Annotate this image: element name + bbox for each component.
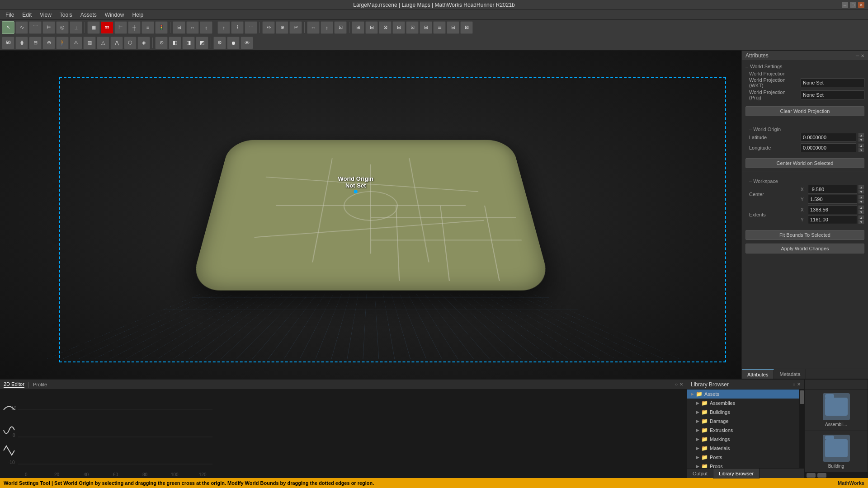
tool-paint[interactable]: ⬡	[124, 37, 137, 49]
2d-editor[interactable]: 2D Editor | Profile ○ ✕ 10 0 -10 0 20 40…	[0, 380, 687, 478]
library-scrollbar[interactable]	[799, 389, 804, 468]
tool-stack[interactable]: ◧	[169, 37, 181, 49]
tool-grade[interactable]: ⌇	[231, 21, 244, 34]
center-x-input[interactable]	[808, 185, 857, 194]
tool-prop-point[interactable]: ⊕	[42, 37, 55, 49]
tool-surface[interactable]: ⋕	[15, 37, 28, 49]
center-y-input[interactable]	[808, 195, 857, 204]
library-minimize[interactable]: ○	[793, 382, 795, 387]
tool-traffic-cone[interactable]: ⚠	[70, 37, 82, 49]
h-scroll-thumb[interactable]	[807, 473, 816, 478]
tool-lane-offset[interactable]: ↕	[200, 21, 212, 34]
menu-edit[interactable]: Edit	[19, 11, 35, 19]
menu-assets[interactable]: Assets	[77, 11, 100, 19]
3d-viewport[interactable]: World Origin Not Set	[0, 51, 741, 379]
tool-gap[interactable]: ⋯	[245, 21, 257, 34]
tool-extra4[interactable]: ⊟	[392, 21, 405, 34]
clear-projection-button[interactable]: Clear World Projection	[745, 106, 864, 116]
tree-item-assemblies[interactable]: ▶ 📁 Assemblies	[687, 399, 799, 408]
tool-extra5[interactable]: ⊡	[406, 21, 419, 34]
tool-lane-mark[interactable]: ⊟	[173, 21, 185, 34]
tree-item-buildings[interactable]: ▶ 📁 Buildings	[687, 408, 799, 417]
menu-view[interactable]: View	[36, 11, 55, 19]
tool-ramp[interactable]: △	[97, 37, 109, 49]
tree-item-markings[interactable]: ▶ 📁 Markings	[687, 435, 799, 444]
tool-ty[interactable]: ↕	[321, 21, 333, 34]
extents-y-spinner[interactable]: ▲ ▼	[858, 215, 864, 224]
thumb-building[interactable]: Building	[805, 431, 868, 472]
tree-item-posts[interactable]: ▶ 📁 Posts	[687, 453, 799, 462]
h-scroll-thumb2[interactable]	[817, 473, 826, 478]
tool-speed-sign[interactable]: 55	[101, 21, 113, 34]
tab-output[interactable]: Output	[687, 469, 713, 479]
center-y-spinner[interactable]: ▲ ▼	[858, 195, 864, 204]
tab-profile[interactable]: Profile	[33, 382, 47, 387]
tool-extra2[interactable]: ⊟	[365, 21, 378, 34]
longitude-spinner[interactable]: ▲ ▼	[858, 143, 864, 152]
latitude-spinner[interactable]: ▲ ▼	[858, 133, 864, 142]
tool-overpass[interactable]: ⟂	[70, 21, 82, 34]
fit-bounds-button[interactable]: Fit Bounds To Selected	[745, 230, 864, 240]
tool-road-surface[interactable]: ⊟	[29, 37, 42, 49]
tool-tx[interactable]: ↔	[307, 21, 320, 34]
tool-lane-width[interactable]: ↔	[186, 21, 199, 34]
tree-item-assets[interactable]: ▶ 📁 Assets	[687, 389, 799, 399]
extents-y-input[interactable]	[808, 215, 857, 224]
tool-record[interactable]: ⏺	[227, 37, 240, 49]
longitude-input[interactable]	[801, 143, 856, 152]
tool-stack2[interactable]: ◨	[182, 37, 195, 49]
tool-stretch[interactable]: ⇔	[262, 21, 275, 34]
tool-tz[interactable]: ⊡	[334, 21, 347, 34]
tree-item-extrusions[interactable]: ▶ 📁 Extrusions	[687, 426, 799, 435]
tree-item-props[interactable]: ▶ 📁 Props	[687, 462, 799, 468]
wkt-input[interactable]	[801, 78, 864, 87]
tool-eye[interactable]: 👁	[241, 37, 253, 49]
tool-node[interactable]: ⊕	[276, 21, 288, 34]
tool-traffic-light[interactable]: 🚦	[155, 21, 168, 34]
menu-tools[interactable]: Tools	[56, 11, 76, 19]
tool-extra8[interactable]: ⊟	[447, 21, 459, 34]
tool-height[interactable]: ↑	[217, 21, 230, 34]
editor2d-close[interactable]: ✕	[679, 382, 683, 387]
tool-road[interactable]: ⊨	[42, 21, 55, 34]
editor2d-minimize[interactable]: ○	[675, 382, 678, 387]
tool-extra1[interactable]: ⊞	[352, 21, 364, 34]
tool-roundabout[interactable]: ◎	[56, 21, 69, 34]
close-button[interactable]: ✕	[858, 2, 864, 8]
center-x-spinner[interactable]: ▲ ▼	[858, 185, 864, 194]
tool-grid-snap[interactable]: 50	[2, 37, 14, 49]
menu-file[interactable]: File	[2, 11, 18, 19]
tool-barrier2[interactable]: ▨	[83, 37, 96, 49]
tool-intersection[interactable]: ┼	[128, 21, 141, 34]
apply-world-button[interactable]: Apply World Changes	[745, 244, 864, 253]
tab-2d-editor[interactable]: 2D Editor	[4, 381, 24, 388]
tool-extra9[interactable]: ⊠	[460, 21, 473, 34]
tree-item-damage[interactable]: ▶ 📁 Damage	[687, 417, 799, 426]
tool-crosswalk[interactable]: ≡	[142, 21, 154, 34]
tool-pedestrian[interactable]: 🚶	[56, 37, 69, 49]
proj-input[interactable]	[801, 90, 864, 99]
tool-terrain2[interactable]: ⋀	[110, 37, 123, 49]
tool-spline[interactable]: ∿	[15, 21, 28, 34]
tool-extra7[interactable]: ≣	[433, 21, 446, 34]
tool-arc[interactable]: ⌒	[29, 21, 42, 34]
library-close[interactable]: ✕	[797, 382, 801, 387]
tool-settings[interactable]: ⚙	[213, 37, 226, 49]
tool-delete[interactable]: ✂	[289, 21, 302, 34]
panel-close-icon[interactable]: ✕	[861, 53, 864, 58]
menu-window[interactable]: Window	[101, 11, 128, 19]
center-world-button[interactable]: Center World on Selected	[745, 158, 864, 168]
tool-align[interactable]: ⊢	[114, 21, 127, 34]
scroll-thumb[interactable]	[800, 390, 804, 404]
tab-attributes[interactable]: Attributes	[742, 369, 774, 379]
tool-stack3[interactable]: ◩	[196, 37, 208, 49]
tab-library-browser[interactable]: Library Browser	[713, 469, 760, 479]
menu-help[interactable]: Help	[129, 11, 147, 19]
tree-item-materials[interactable]: ▶ 📁 Materials	[687, 444, 799, 453]
thumb-assemblies[interactable]: Assembli...	[805, 389, 868, 431]
tool-signal[interactable]: ⊙	[155, 37, 168, 49]
tool-extra6[interactable]: ⊞	[420, 21, 432, 34]
tool-pointer[interactable]: ↖	[2, 21, 14, 34]
extents-x-input[interactable]	[808, 205, 857, 214]
extents-x-spinner[interactable]: ▲ ▼	[858, 205, 864, 214]
